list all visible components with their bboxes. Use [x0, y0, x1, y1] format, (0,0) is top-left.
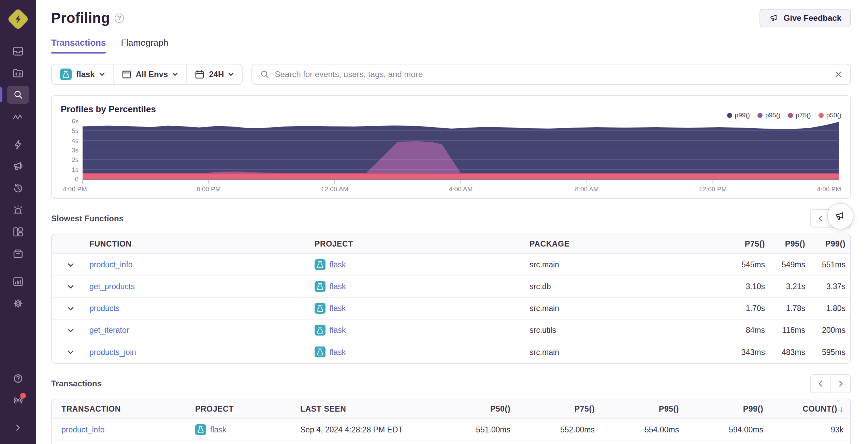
search-input[interactable]: [275, 70, 829, 79]
function-link[interactable]: products: [89, 304, 119, 313]
column-header[interactable]: LAST SEEN: [300, 404, 426, 414]
clear-search-icon[interactable]: [835, 71, 842, 78]
function-cell: get_iterator: [89, 326, 315, 335]
issues-icon: [12, 45, 24, 57]
percentiles-area-chart[interactable]: 01s2s3s4s5s6s4:00 PM8:00 PM12:00 AM4:00 …: [61, 119, 842, 193]
transaction-link[interactable]: product_info: [61, 425, 105, 434]
sidebar-item-alerts[interactable]: [7, 201, 29, 219]
function-link[interactable]: product_info: [89, 260, 133, 269]
column-header[interactable]: P75(): [510, 404, 595, 414]
legend-item-p95[interactable]: p95(): [757, 112, 780, 119]
sidebar-item-settings[interactable]: [7, 295, 29, 312]
legend-dot: [727, 113, 732, 118]
expand-row-toggle[interactable]: [52, 307, 89, 311]
chevron-right-icon: [837, 380, 844, 387]
expand-row-toggle[interactable]: [52, 328, 89, 332]
environment-filter[interactable]: All Envs: [114, 64, 187, 84]
chart-title: Profiles by Percentiles: [61, 104, 156, 115]
p75-cell: 343ms: [710, 348, 765, 357]
column-header[interactable]: P75(): [710, 239, 765, 249]
slowest-functions-title: Slowest Functions: [51, 214, 124, 223]
column-header[interactable]: COUNT()↓: [763, 404, 843, 414]
project-link[interactable]: flask: [330, 304, 346, 313]
sidebar-item-stats[interactable]: [7, 273, 29, 291]
expand-row-toggle[interactable]: [52, 285, 89, 289]
project-filter[interactable]: flask: [52, 64, 114, 84]
collapse-sidebar-icon: [12, 421, 24, 434]
flask-project-icon: [60, 69, 72, 80]
p75-cell: 1.70s: [710, 304, 765, 313]
expand-row-toggle[interactable]: [52, 263, 89, 267]
floating-feedback-button[interactable]: [827, 203, 854, 230]
project-link[interactable]: flask: [330, 348, 346, 357]
project-cell: flask: [315, 259, 530, 271]
sidebar-collapse-toggle[interactable]: [7, 419, 29, 436]
tab-transactions[interactable]: Transactions: [51, 38, 106, 54]
sidebar-item-dashboards[interactable]: [7, 223, 29, 241]
function-link[interactable]: get_products: [89, 282, 135, 291]
releases-icon: [12, 248, 24, 260]
column-header[interactable]: PACKAGE: [530, 239, 710, 249]
function-link[interactable]: get_iterator: [89, 326, 129, 335]
column-header[interactable]: P95(): [765, 239, 805, 249]
column-header[interactable]: PROJECT: [315, 239, 530, 249]
count-cell: 93k: [763, 425, 843, 434]
sidebar-item-replays[interactable]: [7, 179, 29, 197]
function-link[interactable]: products_join: [89, 348, 136, 357]
column-header[interactable]: PROJECT: [195, 404, 300, 414]
column-header[interactable]: TRANSACTION: [52, 404, 195, 414]
column-header[interactable]: P95(): [595, 404, 679, 414]
legend-item-p75[interactable]: p75(): [788, 112, 811, 119]
page-filter-group: flask All Envs 24H: [51, 64, 243, 85]
sentry-logo[interactable]: [6, 7, 30, 31]
sidebar-item-projects[interactable]: [7, 64, 29, 82]
sidebar-item-traces[interactable]: [7, 108, 29, 125]
table-row: products_joinflaskSep 4, 2024 4:30:20 PM…: [52, 441, 850, 444]
svg-text:5s: 5s: [72, 127, 78, 134]
table-row: products_joinflasksrc.main343ms483ms595m…: [52, 341, 850, 363]
slowest-functions-body: product_infoflasksrc.main545ms549ms551ms…: [52, 254, 850, 363]
tab-flamegraph[interactable]: Flamegraph: [121, 38, 168, 54]
project-link[interactable]: flask: [330, 282, 346, 291]
transactions-header-row: TRANSACTIONPROJECTLAST SEENP50()P75()P95…: [52, 399, 850, 419]
project-link[interactable]: flask: [330, 326, 346, 335]
sidebar-item-releases[interactable]: [7, 245, 29, 263]
search-bar[interactable]: [251, 64, 851, 85]
sidebar-item-explore[interactable]: [7, 86, 29, 104]
time-range-filter[interactable]: 24H: [187, 64, 242, 84]
page-help-icon[interactable]: ?: [115, 14, 124, 23]
legend-label: p99(): [735, 112, 750, 119]
column-header[interactable]: FUNCTION: [89, 239, 315, 249]
active-indicator: [0, 87, 2, 102]
next-page-button[interactable]: [830, 375, 850, 393]
svg-text:4s: 4s: [72, 137, 78, 144]
chevron-down-icon: [228, 73, 234, 76]
project-cell: flask: [195, 424, 300, 436]
legend-item-p99[interactable]: p99(): [727, 112, 750, 119]
legend-item-p50[interactable]: p50(): [819, 112, 841, 119]
megaphone-icon: [835, 210, 846, 222]
project-cell: flask: [315, 346, 530, 358]
sidebar-item-insights[interactable]: [7, 136, 29, 153]
give-feedback-button[interactable]: Give Feedback: [760, 9, 851, 27]
slowest-functions-header: Slowest Functions: [51, 209, 851, 228]
sidebar-item-whats-new[interactable]: [7, 391, 29, 409]
p99-cell: 1.80s: [805, 304, 845, 313]
transactions-body: product_infoflaskSep 4, 2024 4:28:28 PM …: [52, 419, 850, 444]
sidebar-item-issues[interactable]: [7, 42, 29, 60]
sidebar-item-help[interactable]: [7, 370, 29, 387]
column-header[interactable]: P50(): [426, 404, 510, 414]
svg-text:4:00 PM: 4:00 PM: [817, 186, 841, 193]
project-link[interactable]: flask: [210, 425, 226, 434]
transactions-header: Transactions: [51, 374, 851, 393]
flask-project-icon: [315, 346, 326, 358]
sort-descending-icon: ↓: [839, 404, 843, 413]
previous-page-button[interactable]: [811, 375, 830, 393]
column-header[interactable]: P99(): [805, 239, 845, 249]
alerts-icon: [12, 204, 24, 216]
project-link[interactable]: flask: [330, 260, 346, 269]
sidebar-item-user-feedback[interactable]: [7, 158, 29, 175]
package-cell: src.main: [530, 260, 710, 269]
expand-row-toggle[interactable]: [52, 350, 89, 354]
column-header[interactable]: P99(): [679, 404, 763, 414]
